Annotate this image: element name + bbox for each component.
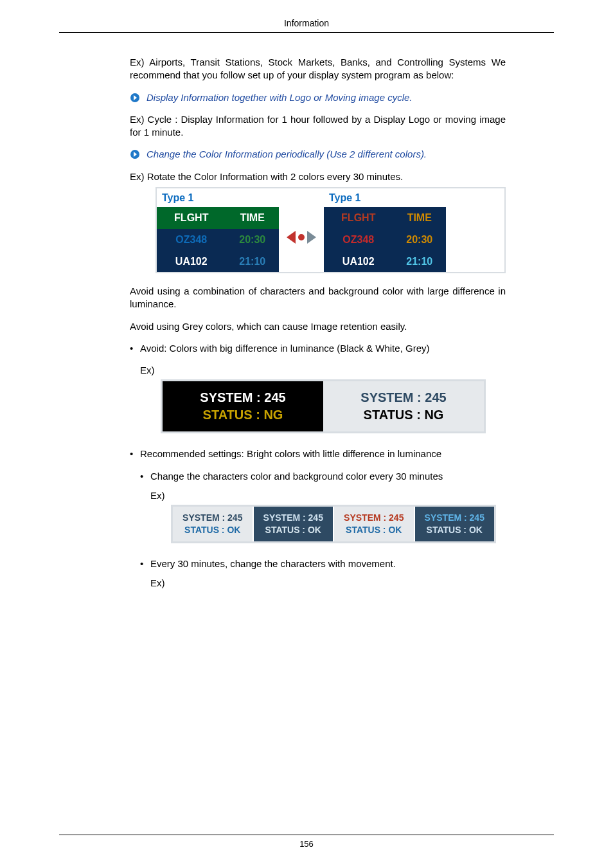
list-item-text: Change the characters color and backgrou… [150,470,506,483]
status-line: SYSTEM : 245 [323,389,484,406]
list-item-text: Recommended settings: Bright colors with… [140,448,506,460]
paragraph: Avoid using a combination of characters … [130,285,506,311]
cell: 21:10 [393,251,447,273]
cell: UA102 [157,251,226,273]
list-item-text: Avoid: Colors with big difference in lum… [140,342,506,355]
status-line: SYSTEM : 245 [173,512,253,524]
type-label: Type 1 [157,188,279,208]
col-header: TIME [226,207,280,229]
status-line: SYSTEM : 245 [254,512,333,524]
tip-row: Display Information together with Logo o… [130,91,506,104]
status-line: STATUS : OK [173,524,253,536]
tip-row: Change the Color Information periodicall… [130,148,506,161]
paragraph: Ex) Cycle : Display Information for 1 ho… [130,113,506,140]
page-footer: 156 [59,835,554,849]
paragraph: Ex) Airports, Transit Stations, Stock Ma… [130,56,506,82]
paragraph: Ex) Rotate the Color Information with 2 … [130,170,506,183]
type-label: Type 1 [324,188,446,208]
status-line: STATUS : OK [254,524,333,536]
cell: 20:30 [393,229,447,251]
status-line: SYSTEM : 245 [415,512,495,524]
cell: 21:10 [226,251,280,273]
figure-system-status-contrast: SYSTEM : 245 STATUS : NG SYSTEM : 245 ST… [161,379,486,433]
paragraph: Avoid using Grey colors, which can cause… [130,320,506,333]
example-label: Ex) [140,364,506,377]
list-item: • Recommended settings: Bright colors wi… [130,448,506,460]
header-rule [59,32,554,33]
list-item: • Every 30 minutes, change the character… [140,557,506,570]
arrow-circle-icon [130,149,140,159]
content-column: Ex) Airports, Transit Stations, Stock Ma… [130,56,506,590]
list-item-text: Every 30 minutes, change the characters … [150,557,506,570]
example-label: Ex) [150,489,506,502]
list-item: • Avoid: Colors with big difference in l… [130,342,506,355]
status-line: STATUS : NG [323,406,484,424]
swap-arrows-icon [279,188,324,269]
col-header: TIME [393,207,447,229]
cell: 20:30 [226,229,280,251]
status-line: SYSTEM : 245 [334,512,414,524]
status-line: STATUS : OK [415,524,495,536]
tip-text: Change the Color Information periodicall… [147,148,427,161]
list-item: • Change the characters color and backgr… [140,470,506,483]
cell: OZ348 [157,229,226,251]
cell: UA102 [324,251,393,273]
figure-four-color-variants: SYSTEM : 245 STATUS : OK SYSTEM : 245 ST… [171,505,496,543]
col-header: FLGHT [157,207,226,229]
example-label: Ex) [150,577,506,590]
status-line: STATUS : NG [163,406,323,424]
page-number: 156 [59,839,554,849]
page-header-title: Information [59,18,554,28]
col-header: FLGHT [324,207,393,229]
cell: OZ348 [324,229,393,251]
footer-rule [59,835,554,835]
figure-flight-color-rotation: Type 1 FLGHTTIME OZ34820:30 UA10221:10 T… [155,187,506,273]
status-line: SYSTEM : 245 [163,389,323,406]
tip-text: Display Information together with Logo o… [147,91,413,104]
arrow-circle-icon [130,93,140,103]
status-line: STATUS : OK [334,524,414,536]
